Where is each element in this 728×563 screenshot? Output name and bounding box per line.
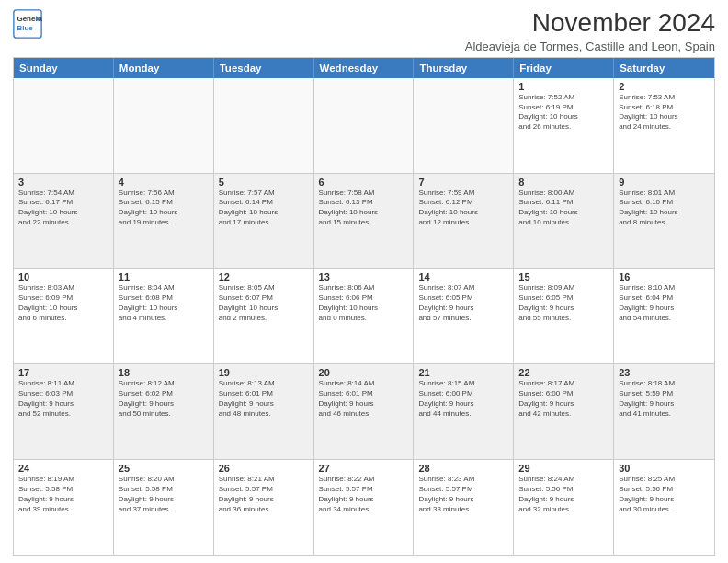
- day-number: 1: [518, 81, 609, 92]
- day-number: 27: [319, 463, 409, 474]
- calendar-body: 1Sunrise: 7:52 AM Sunset: 6:19 PM Daylig…: [14, 78, 714, 555]
- day-info: Sunrise: 8:04 AM Sunset: 6:08 PM Dayligh…: [119, 283, 209, 323]
- day-info: Sunrise: 8:22 AM Sunset: 5:57 PM Dayligh…: [319, 475, 409, 514]
- day-number: 28: [418, 463, 508, 474]
- calendar-header-cell: Thursday: [414, 58, 514, 78]
- day-info: Sunrise: 8:18 AM Sunset: 5:59 PM Dayligh…: [619, 379, 710, 419]
- calendar-cell: 27Sunrise: 8:22 AM Sunset: 5:57 PM Dayli…: [314, 460, 415, 555]
- calendar-cell: 19Sunrise: 8:13 AM Sunset: 6:01 PM Dayli…: [214, 364, 314, 459]
- calendar-cell: [414, 78, 514, 173]
- day-number: 9: [619, 177, 710, 188]
- day-number: 16: [619, 271, 710, 282]
- calendar-cell: 6Sunrise: 7:58 AM Sunset: 6:13 PM Daylig…: [314, 174, 415, 269]
- day-info: Sunrise: 7:57 AM Sunset: 6:14 PM Dayligh…: [219, 189, 309, 228]
- day-info: Sunrise: 8:11 AM Sunset: 6:03 PM Dayligh…: [18, 379, 108, 419]
- calendar-cell: 10Sunrise: 8:03 AM Sunset: 6:09 PM Dayli…: [14, 269, 114, 363]
- day-number: 12: [219, 271, 309, 282]
- calendar-header-cell: Monday: [114, 58, 214, 78]
- calendar-cell: 21Sunrise: 8:15 AM Sunset: 6:00 PM Dayli…: [414, 364, 514, 459]
- day-info: Sunrise: 8:03 AM Sunset: 6:09 PM Dayligh…: [18, 283, 108, 323]
- calendar-cell: 2Sunrise: 7:53 AM Sunset: 6:18 PM Daylig…: [614, 78, 714, 173]
- day-number: 20: [319, 367, 409, 378]
- day-number: 11: [119, 271, 209, 282]
- day-info: Sunrise: 8:23 AM Sunset: 5:57 PM Dayligh…: [418, 475, 508, 514]
- day-info: Sunrise: 8:09 AM Sunset: 6:05 PM Dayligh…: [518, 283, 609, 323]
- day-number: 21: [418, 367, 508, 378]
- calendar-header-cell: Wednesday: [314, 58, 415, 78]
- day-number: 5: [219, 177, 309, 188]
- calendar-row: 1Sunrise: 7:52 AM Sunset: 6:19 PM Daylig…: [14, 78, 714, 174]
- calendar-cell: 13Sunrise: 8:06 AM Sunset: 6:06 PM Dayli…: [314, 269, 415, 363]
- day-info: Sunrise: 8:24 AM Sunset: 5:56 PM Dayligh…: [518, 475, 609, 514]
- day-number: 23: [619, 367, 710, 378]
- calendar-cell: 11Sunrise: 8:04 AM Sunset: 6:08 PM Dayli…: [114, 269, 214, 363]
- day-info: Sunrise: 8:14 AM Sunset: 6:01 PM Dayligh…: [319, 379, 409, 419]
- day-number: 7: [418, 177, 508, 188]
- calendar-cell: 1Sunrise: 7:52 AM Sunset: 6:19 PM Daylig…: [514, 78, 614, 173]
- day-number: 14: [418, 271, 508, 282]
- calendar-cell: [214, 78, 314, 173]
- header: General Blue November 2024 Aldeavieja de…: [13, 9, 715, 53]
- calendar-cell: 5Sunrise: 7:57 AM Sunset: 6:14 PM Daylig…: [214, 174, 314, 269]
- day-number: 10: [18, 271, 108, 282]
- calendar-cell: [14, 78, 114, 173]
- day-number: 26: [219, 463, 309, 474]
- title-block: November 2024 Aldeavieja de Tormes, Cast…: [465, 9, 715, 53]
- calendar-cell: 24Sunrise: 8:19 AM Sunset: 5:58 PM Dayli…: [14, 460, 114, 555]
- day-number: 25: [119, 463, 209, 474]
- day-info: Sunrise: 7:58 AM Sunset: 6:13 PM Dayligh…: [319, 189, 409, 228]
- day-number: 4: [119, 177, 209, 188]
- day-info: Sunrise: 8:25 AM Sunset: 5:56 PM Dayligh…: [619, 475, 710, 514]
- day-number: 22: [518, 367, 609, 378]
- calendar-cell: 29Sunrise: 8:24 AM Sunset: 5:56 PM Dayli…: [514, 460, 614, 555]
- subtitle: Aldeavieja de Tormes, Castille and Leon,…: [465, 40, 715, 53]
- day-number: 30: [619, 463, 710, 474]
- day-info: Sunrise: 8:01 AM Sunset: 6:10 PM Dayligh…: [619, 189, 710, 228]
- day-number: 3: [18, 177, 108, 188]
- calendar-cell: 4Sunrise: 7:56 AM Sunset: 6:15 PM Daylig…: [114, 174, 214, 269]
- day-info: Sunrise: 8:17 AM Sunset: 6:00 PM Dayligh…: [518, 379, 609, 419]
- day-info: Sunrise: 8:13 AM Sunset: 6:01 PM Dayligh…: [219, 379, 309, 419]
- calendar-cell: [314, 78, 415, 173]
- day-info: Sunrise: 8:10 AM Sunset: 6:04 PM Dayligh…: [619, 283, 710, 323]
- logo: General Blue: [13, 9, 46, 39]
- calendar-header-cell: Saturday: [614, 58, 714, 78]
- calendar-header: SundayMondayTuesdayWednesdayThursdayFrid…: [14, 58, 714, 78]
- calendar-cell: 14Sunrise: 8:07 AM Sunset: 6:05 PM Dayli…: [414, 269, 514, 363]
- day-number: 24: [18, 463, 108, 474]
- day-number: 2: [619, 81, 710, 92]
- day-info: Sunrise: 8:19 AM Sunset: 5:58 PM Dayligh…: [18, 475, 108, 514]
- calendar-row: 24Sunrise: 8:19 AM Sunset: 5:58 PM Dayli…: [14, 460, 714, 555]
- day-info: Sunrise: 8:20 AM Sunset: 5:58 PM Dayligh…: [119, 475, 209, 514]
- calendar-cell: 22Sunrise: 8:17 AM Sunset: 6:00 PM Dayli…: [514, 364, 614, 459]
- logo-icon: General Blue: [13, 9, 42, 39]
- day-number: 13: [319, 271, 409, 282]
- calendar-cell: 25Sunrise: 8:20 AM Sunset: 5:58 PM Dayli…: [114, 460, 214, 555]
- main-title: November 2024: [465, 9, 715, 38]
- page: General Blue November 2024 Aldeavieja de…: [0, 0, 728, 563]
- calendar-cell: 17Sunrise: 8:11 AM Sunset: 6:03 PM Dayli…: [14, 364, 114, 459]
- day-number: 17: [18, 367, 108, 378]
- calendar-header-cell: Sunday: [14, 58, 114, 78]
- calendar-cell: [114, 78, 214, 173]
- day-info: Sunrise: 7:53 AM Sunset: 6:18 PM Dayligh…: [619, 93, 710, 132]
- day-number: 8: [518, 177, 609, 188]
- calendar-row: 17Sunrise: 8:11 AM Sunset: 6:03 PM Dayli…: [14, 364, 714, 460]
- day-info: Sunrise: 8:21 AM Sunset: 5:57 PM Dayligh…: [219, 475, 309, 514]
- calendar-cell: 30Sunrise: 8:25 AM Sunset: 5:56 PM Dayli…: [614, 460, 714, 555]
- day-number: 18: [119, 367, 209, 378]
- day-info: Sunrise: 8:06 AM Sunset: 6:06 PM Dayligh…: [319, 283, 409, 323]
- day-info: Sunrise: 7:56 AM Sunset: 6:15 PM Dayligh…: [119, 189, 209, 228]
- calendar-cell: 23Sunrise: 8:18 AM Sunset: 5:59 PM Dayli…: [614, 364, 714, 459]
- calendar-cell: 26Sunrise: 8:21 AM Sunset: 5:57 PM Dayli…: [214, 460, 314, 555]
- day-info: Sunrise: 8:00 AM Sunset: 6:11 PM Dayligh…: [518, 189, 609, 228]
- calendar-cell: 16Sunrise: 8:10 AM Sunset: 6:04 PM Dayli…: [614, 269, 714, 363]
- calendar-row: 10Sunrise: 8:03 AM Sunset: 6:09 PM Dayli…: [14, 269, 714, 364]
- calendar-cell: 12Sunrise: 8:05 AM Sunset: 6:07 PM Dayli…: [214, 269, 314, 363]
- calendar: SundayMondayTuesdayWednesdayThursdayFrid…: [13, 57, 715, 556]
- day-info: Sunrise: 7:52 AM Sunset: 6:19 PM Dayligh…: [518, 93, 609, 132]
- day-number: 6: [319, 177, 409, 188]
- day-info: Sunrise: 8:07 AM Sunset: 6:05 PM Dayligh…: [418, 283, 508, 323]
- day-number: 15: [518, 271, 609, 282]
- calendar-cell: 7Sunrise: 7:59 AM Sunset: 6:12 PM Daylig…: [414, 174, 514, 269]
